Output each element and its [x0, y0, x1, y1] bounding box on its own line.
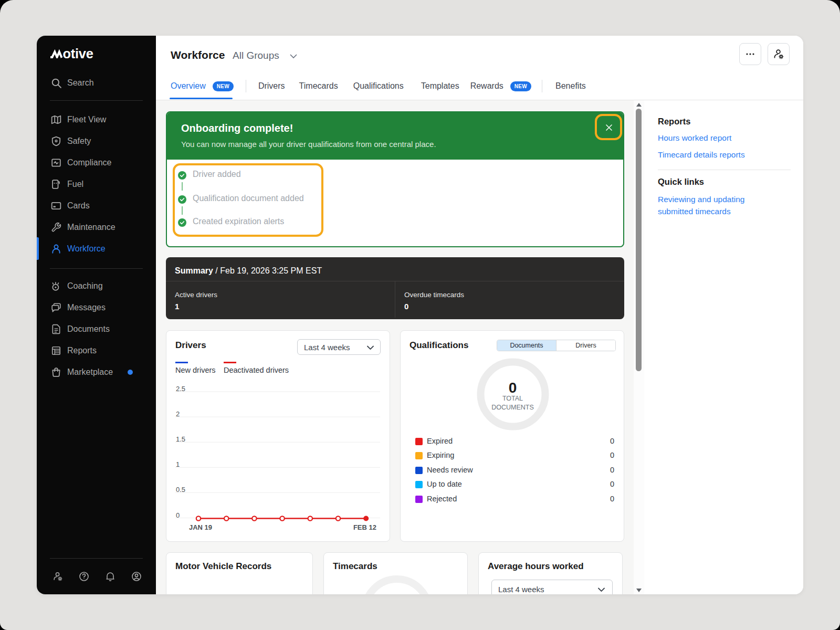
svg-text:otive: otive: [63, 47, 93, 61]
svg-text:JAN 19: JAN 19: [189, 523, 212, 531]
svg-text:FEB 12: FEB 12: [353, 523, 376, 531]
